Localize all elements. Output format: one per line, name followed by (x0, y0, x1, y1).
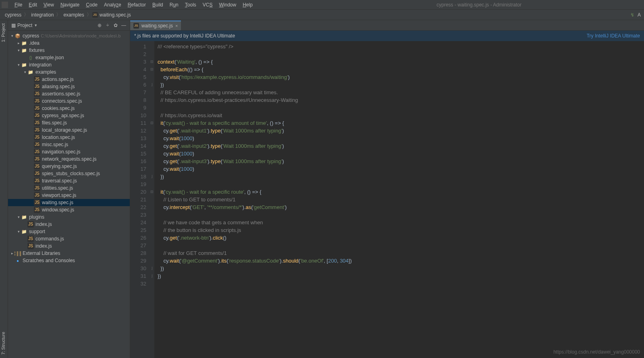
tree-support-index[interactable]: index.js (8, 242, 130, 250)
tree-file-waiting-spec-js[interactable]: waiting.spec.js (8, 199, 130, 206)
tree-plugins[interactable]: ▾plugins (8, 213, 130, 221)
project-panel: ▦ Project ▼ ⊕ ÷ ✿ — ▾cypressC:\Users\Adm… (8, 20, 130, 358)
tree-file-network-requests-spec-js[interactable]: network_requests.spec.js (8, 155, 130, 163)
project-view-icon: ▦ (11, 23, 16, 28)
account-icon[interactable]: A (638, 12, 641, 18)
watermark: https://blog.csdn.net/dawei_yang000000 (553, 349, 640, 355)
tree-file-location-spec-js[interactable]: location.spec.js (8, 134, 130, 141)
tab-waiting-spec[interactable]: waiting.spec.js × (130, 21, 181, 30)
settings-icon[interactable]: ✿ (113, 23, 118, 28)
locate-icon[interactable]: ⊕ (97, 23, 102, 28)
project-title[interactable]: Project (17, 23, 32, 28)
breadcrumb-sep: 〉 (23, 11, 29, 18)
menu-file[interactable]: File (11, 2, 25, 8)
breadcrumb-examples[interactable]: examples (62, 12, 85, 18)
tree-file-connectors-spec-js[interactable]: connectors.spec.js (8, 97, 130, 105)
tree-external-libraries[interactable]: ▸External Libraries (8, 250, 130, 257)
tree-support-commands[interactable]: commands.js (8, 235, 130, 242)
tree-file-window-spec-js[interactable]: window.spec.js (8, 206, 130, 213)
tree-file-aliasing-spec-js[interactable]: aliasing.spec.js (8, 83, 130, 90)
tree-support[interactable]: ▾support (8, 228, 130, 235)
tree-file-navigation-spec-js[interactable]: navigation.spec.js (8, 148, 130, 155)
tree-file-files-spec-js[interactable]: files.spec.js (8, 119, 130, 126)
tree-root[interactable]: ▾cypressC:\Users\Administrator\node_modu… (8, 32, 130, 39)
collapse-icon[interactable]: ÷ (105, 23, 110, 28)
breadcrumb-sep: 〉 (86, 11, 92, 18)
code-content[interactable]: /// <reference types="cypress" /> contex… (154, 41, 644, 358)
code-area[interactable]: 1234567891011121314151617181920212223242… (130, 41, 644, 358)
tree-integration[interactable]: ▾integration (8, 61, 130, 68)
tree-file-utilities-spec-js[interactable]: utilities.spec.js (8, 184, 130, 192)
menu-tools[interactable]: Tools (182, 2, 199, 8)
breadcrumb: cypress 〉 integration 〉 examples 〉 waiti… (0, 10, 644, 20)
tree-scratches[interactable]: Scratches and Consoles (8, 257, 130, 264)
tree-idea[interactable]: ▸.idea (8, 39, 130, 47)
editor-tabs: waiting.spec.js × (130, 20, 644, 31)
tree-file-cypress-api-spec-js[interactable]: cypress_api.spec.js (8, 112, 130, 119)
menu-run[interactable]: Run (166, 2, 182, 8)
project-header: ▦ Project ▼ ⊕ ÷ ✿ — (8, 20, 130, 31)
line-number-gutter: 1234567891011121314151617181920212223242… (130, 41, 150, 358)
project-tree[interactable]: ▾cypressC:\Users\Administrator\node_modu… (8, 31, 130, 358)
menu-window[interactable]: Window (216, 2, 239, 8)
hide-icon[interactable]: — (121, 23, 127, 28)
menu-analyze[interactable]: Analyze (101, 2, 125, 8)
menu-bar: File Edit View Navigate Code Analyze Ref… (0, 0, 644, 10)
breadcrumb-sep: 〉 (55, 11, 62, 18)
fold-gutter[interactable]: ⊟⊟⌋⊟⌋⊟⌋⌋ (150, 41, 154, 358)
close-tab-icon[interactable]: × (175, 23, 178, 28)
tree-file-cookies-spec-js[interactable]: cookies.spec.js (8, 105, 130, 112)
tree-file-assertions-spec-js[interactable]: assertions.spec.js (8, 90, 130, 97)
menu-refactor[interactable]: Refactor (125, 2, 149, 8)
breadcrumb-root[interactable]: cypress (3, 12, 23, 18)
breadcrumb-integration[interactable]: integration (29, 12, 55, 18)
notification-link[interactable]: Try IntelliJ IDEA Ultimate (587, 33, 640, 39)
breadcrumb-file[interactable]: waiting.spec.js (98, 12, 133, 18)
tree-file-actions-spec-js[interactable]: actions.spec.js (8, 76, 130, 83)
tree-file-querying-spec-js[interactable]: querying.spec.js (8, 163, 130, 170)
app-logo-icon (2, 2, 8, 8)
dropdown-icon[interactable]: ▼ (34, 23, 37, 27)
tree-plugins-index[interactable]: index.js (8, 221, 130, 228)
tab-label: waiting.spec.js (141, 23, 173, 29)
menu-code[interactable]: Code (83, 2, 101, 8)
window-title: cypress - waiting.spec.js - Administrato… (436, 2, 642, 8)
tool-structure-tab[interactable]: 7: Structure (1, 332, 6, 355)
js-icon (133, 23, 139, 29)
tool-project-tab[interactable]: 1: Project (1, 23, 6, 42)
tree-examples[interactable]: ▾examples (8, 68, 130, 76)
notification-text: *.js files are supported by IntelliJ IDE… (134, 33, 235, 39)
js-icon (92, 12, 98, 18)
menu-navigate[interactable]: Navigate (57, 2, 83, 8)
tree-fixtures[interactable]: ▾fixtures (8, 47, 130, 54)
build-icon[interactable]: ↯ (630, 12, 634, 18)
tree-file-viewport-spec-js[interactable]: viewport.spec.js (8, 192, 130, 199)
tree-file-spies-stubs-clocks-spec-js[interactable]: spies_stubs_clocks.spec.js (8, 170, 130, 177)
menu-help[interactable]: Help (239, 2, 256, 8)
editor-area: waiting.spec.js × *.js files are support… (130, 20, 644, 358)
tree-file-misc-spec-js[interactable]: misc.spec.js (8, 141, 130, 148)
menu-vcs[interactable]: VCS (199, 2, 216, 8)
menu-edit[interactable]: Edit (25, 2, 40, 8)
menu-view[interactable]: View (40, 2, 57, 8)
left-tool-gutter: 1: Project 7: Structure (0, 20, 8, 358)
tree-file-traversal-spec-js[interactable]: traversal.spec.js (8, 177, 130, 184)
tree-example-json[interactable]: example.json (8, 54, 130, 61)
tree-file-local-storage-spec-js[interactable]: local_storage.spec.js (8, 126, 130, 134)
menu-build[interactable]: Build (149, 2, 166, 8)
notification-bar: *.js files are supported by IntelliJ IDE… (130, 31, 644, 41)
